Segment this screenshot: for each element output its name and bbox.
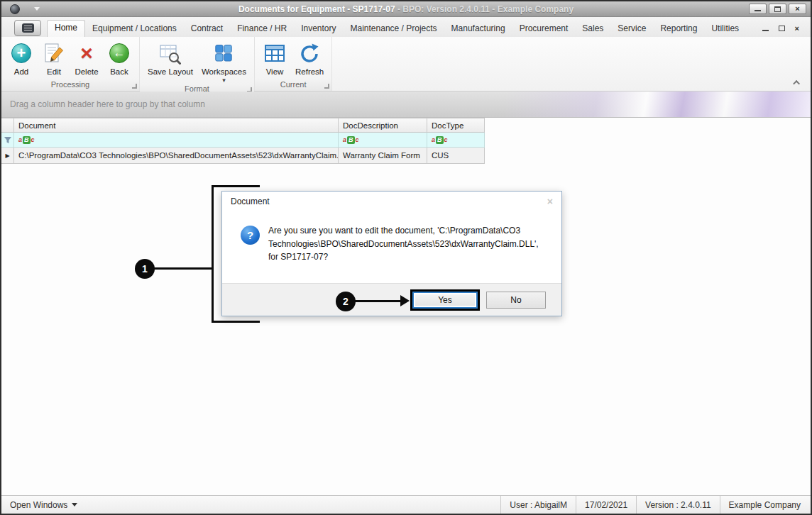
tab-inventory[interactable]: Inventory (294, 21, 343, 37)
tab-procurement[interactable]: Procurement (512, 21, 576, 37)
text-filter-icon[interactable]: aBc (343, 136, 359, 144)
tab-finance-hr[interactable]: Finance / HR (230, 21, 294, 37)
dialog-launcher-icon[interactable] (132, 84, 137, 89)
column-header-document[interactable]: Document (14, 118, 339, 133)
documents-grid: Document DocDescription DocType aBc aBc … (1, 118, 811, 164)
dialog-launcher-icon[interactable] (324, 84, 329, 89)
annotation-step-1: 1 (135, 259, 155, 279)
annotation-arrow-line-2 (354, 300, 402, 302)
close-icon: × (795, 5, 799, 13)
window-title-main: Documents for Equipment - SP1717-07 (238, 4, 395, 14)
chevron-down-icon (72, 503, 77, 506)
tab-contract[interactable]: Contract (184, 21, 230, 37)
minimize-icon (755, 9, 761, 11)
close-button[interactable]: × (789, 4, 806, 14)
filter-cell-document[interactable]: aBc (14, 133, 339, 148)
refresh-button[interactable]: Refresh (292, 39, 327, 77)
status-user: User : AbigailM (500, 496, 576, 514)
status-version: Version : 2.4.0.11 (636, 496, 720, 514)
group-label-current: Current (255, 79, 331, 91)
titlebar: Documents for Equipment - SP1717-07 - BP… (1, 1, 811, 17)
back-arrow-icon: ← (109, 43, 129, 63)
maximize-button[interactable] (769, 4, 786, 14)
view-grid-icon (265, 42, 285, 65)
back-button[interactable]: ← Back (104, 39, 135, 77)
save-layout-icon (159, 42, 181, 65)
chevron-up-icon (793, 79, 800, 87)
column-header-doctype[interactable]: DocType (427, 118, 485, 133)
row-selected-indicator: ▶ (1, 148, 14, 164)
annotation-bracket-vertical (212, 185, 214, 323)
maximize-icon (774, 6, 781, 12)
ribbon-restore-button[interactable] (779, 26, 785, 31)
ribbon: + Add Edit (1, 37, 811, 92)
dialog-message: Are you sure you want to edit the docume… (268, 224, 547, 276)
cell-docdescription[interactable]: Warranty Claim Form (339, 148, 427, 164)
add-button[interactable]: + Add (6, 39, 37, 77)
grid-header-row: Document DocDescription DocType (1, 118, 811, 133)
yes-button[interactable]: Yes (412, 292, 478, 309)
annotation-line-1 (153, 267, 213, 270)
save-layout-button[interactable]: Save Layout (144, 39, 197, 77)
statusbar: Open Windows User : AbigailM 17/02/2021 … (1, 495, 811, 514)
tab-sales[interactable]: Sales (575, 21, 610, 37)
minimize-button[interactable] (749, 4, 767, 14)
no-button[interactable]: No (486, 292, 546, 309)
filter-row-indicator (1, 133, 14, 148)
application-menu-icon (22, 23, 34, 33)
text-filter-icon[interactable]: aBc (18, 136, 35, 144)
tab-equipment-locations[interactable]: Equipment / Locations (85, 21, 184, 37)
dialog-titlebar: Document × (222, 192, 561, 211)
tab-reporting[interactable]: Reporting (653, 21, 704, 37)
annotation-bracket-bottom (212, 321, 260, 323)
ribbon-close-button[interactable]: × (795, 24, 799, 33)
workspaces-caret-icon: ▾ (222, 79, 226, 82)
cell-document[interactable]: C:\ProgramData\CO3 Technologies\BPO\Shar… (14, 148, 339, 164)
confirm-dialog: Document × ? Are you sure you want to ed… (221, 191, 562, 316)
annotation-step-2: 2 (336, 292, 356, 311)
row-marker-icon: ▶ (5, 153, 9, 159)
question-icon: ? (241, 226, 260, 245)
edit-button[interactable]: Edit (38, 39, 70, 77)
dialog-button-bar: Yes No (222, 283, 561, 316)
delete-x-icon: × (80, 43, 93, 64)
ribbon-minimize-button[interactable] (762, 29, 769, 31)
app-icon[interactable] (10, 4, 20, 14)
dialog-close-icon[interactable]: × (547, 196, 553, 207)
window-title-subtitle: - BPO: Version 2.4.0.11 - Example Compan… (395, 4, 574, 14)
ribbon-group-processing: + Add Edit (1, 37, 140, 91)
annotation-highlight-box: Yes (410, 289, 480, 311)
tab-home[interactable]: Home (47, 20, 85, 37)
filter-cell-docdescription[interactable]: aBc (339, 133, 427, 148)
grid-filter-row: aBc aBc aBc (1, 133, 811, 148)
group-by-hint: Drag a column header here to group by th… (10, 99, 205, 109)
window-title: Documents for Equipment - SP1717-07 - BP… (1, 4, 811, 14)
group-by-panel[interactable]: Drag a column header here to group by th… (1, 92, 811, 118)
tab-maintenance-projects[interactable]: Maintenance / Projects (344, 21, 444, 37)
cell-doctype[interactable]: CUS (427, 148, 485, 164)
ribbon-collapse-button[interactable] (791, 77, 803, 87)
tab-manufacturing[interactable]: Manufacturing (444, 21, 512, 37)
tab-service[interactable]: Service (610, 21, 653, 37)
annotation-bracket-top (212, 185, 260, 187)
status-date: 17/02/2021 (576, 496, 636, 514)
dialog-title: Document (231, 196, 270, 206)
status-company: Example Company (720, 496, 809, 514)
add-icon: + (11, 43, 31, 63)
view-button[interactable]: View (259, 39, 290, 77)
table-row[interactable]: ▶ C:\ProgramData\CO3 Technologies\BPO\Sh… (1, 148, 811, 164)
group-label-processing: Processing (1, 79, 139, 91)
edit-pencil-icon (43, 42, 65, 65)
delete-button[interactable]: × Delete (71, 39, 102, 77)
refresh-icon (299, 42, 320, 65)
row-indicator-header (1, 118, 14, 133)
column-header-docdescription[interactable]: DocDescription (339, 118, 427, 133)
open-windows-button[interactable]: Open Windows (3, 500, 84, 510)
workspaces-button[interactable]: Workspaces ▾ (198, 39, 250, 84)
quick-access-caret-icon[interactable] (34, 7, 40, 11)
text-filter-icon[interactable]: aBc (432, 136, 448, 144)
application-menu-button[interactable] (14, 20, 41, 36)
app-window: Documents for Equipment - SP1717-07 - BP… (0, 0, 812, 515)
tab-utilities[interactable]: Utilities (704, 21, 746, 37)
filter-cell-doctype[interactable]: aBc (427, 133, 485, 148)
